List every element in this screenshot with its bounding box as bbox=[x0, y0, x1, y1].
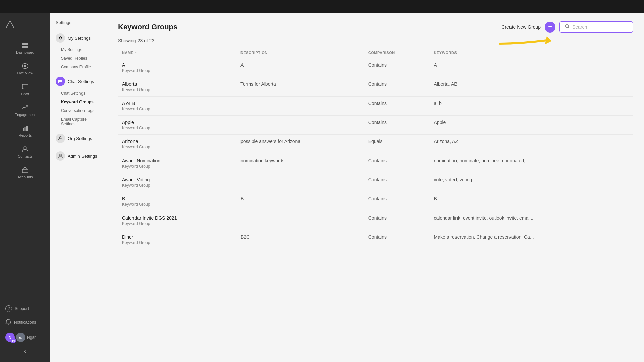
settings-section-my-settings: ⚙ My Settings My Settings Saved Replies … bbox=[50, 31, 107, 71]
org-settings-icon bbox=[56, 134, 65, 143]
col-keywords: KEYWORDS bbox=[430, 47, 633, 58]
cell-type: Keyword Group bbox=[122, 183, 232, 188]
collapse-button[interactable] bbox=[0, 346, 50, 357]
svg-point-13 bbox=[59, 154, 60, 156]
sidebar-item-engagement-label: Engagement bbox=[15, 113, 36, 117]
table-row[interactable]: Diner Keyword Group B2C Contains Make a … bbox=[118, 230, 633, 249]
table-row[interactable]: Award Nomination Keyword Group nominatio… bbox=[118, 154, 633, 173]
header-actions: Create New Group + bbox=[501, 21, 633, 33]
username-label: Ngan bbox=[27, 335, 37, 340]
sidebar-item-chat[interactable]: Chat bbox=[0, 79, 50, 100]
table-row[interactable]: A or B Keyword Group Contains a, b bbox=[118, 97, 633, 116]
cell-keywords: vote, voted, voting bbox=[434, 177, 629, 182]
keyword-groups-table: NAME DESCRIPTION COMPARISON KEYWORDS A K… bbox=[118, 47, 633, 249]
svg-rect-7 bbox=[23, 128, 24, 131]
table-container: NAME DESCRIPTION COMPARISON KEYWORDS A K… bbox=[107, 47, 644, 362]
support-nav-item[interactable]: ? Support bbox=[0, 303, 50, 315]
page-title: Keyword Groups bbox=[118, 23, 177, 32]
cell-type: Keyword Group bbox=[122, 221, 232, 226]
svg-point-15 bbox=[566, 25, 569, 28]
cell-comparison: Contains bbox=[368, 81, 426, 87]
cell-description: Terms for Alberta bbox=[240, 81, 360, 87]
page-header: Keyword Groups Create New Group + bbox=[107, 13, 644, 38]
notifications-nav-item[interactable]: Notifications bbox=[0, 316, 50, 328]
admin-settings-header[interactable]: Admin Settings bbox=[50, 148, 107, 163]
chat-settings-sub-items: Chat Settings Keyword Groups Conversatio… bbox=[50, 89, 107, 128]
sub-keyword-groups[interactable]: Keyword Groups bbox=[56, 98, 107, 106]
create-new-group-button[interactable]: + bbox=[545, 22, 555, 33]
svg-point-10 bbox=[24, 147, 26, 149]
sub-chat-settings[interactable]: Chat Settings bbox=[56, 89, 107, 98]
admin-settings-label: Admin Settings bbox=[68, 154, 97, 159]
sidebar-item-live-view-label: Live View bbox=[17, 71, 33, 75]
cell-comparison: Contains bbox=[368, 196, 426, 201]
svg-rect-1 bbox=[22, 43, 25, 45]
svg-rect-2 bbox=[25, 43, 28, 45]
table-row[interactable]: Apple Keyword Group Contains Apple bbox=[118, 116, 633, 135]
cell-name: Calendar Invite DGS 2021 bbox=[122, 215, 232, 221]
sub-company-profile[interactable]: Company Profile bbox=[56, 63, 107, 71]
my-settings-icon: ⚙ bbox=[56, 33, 65, 43]
cell-name: Alberta bbox=[122, 81, 232, 87]
sub-email-capture[interactable]: Email Capture Settings bbox=[56, 115, 107, 128]
table-row[interactable]: B Keyword Group B Contains B bbox=[118, 192, 633, 211]
sub-saved-replies[interactable]: Saved Replies bbox=[56, 54, 107, 63]
user-avatar-secondary: g. bbox=[16, 333, 25, 342]
svg-rect-11 bbox=[22, 169, 28, 173]
cell-name: Diner bbox=[122, 234, 232, 240]
cell-comparison: Contains bbox=[368, 215, 426, 221]
cell-type: Keyword Group bbox=[122, 202, 232, 207]
cell-type: Keyword Group bbox=[122, 107, 232, 111]
cell-type: Keyword Group bbox=[122, 145, 232, 149]
sidebar-item-dashboard-label: Dashboard bbox=[16, 50, 34, 54]
col-name[interactable]: NAME bbox=[118, 47, 236, 58]
accounts-icon bbox=[21, 166, 29, 174]
cell-keywords: Alberta, AB bbox=[434, 81, 629, 87]
sub-my-settings[interactable]: My Settings bbox=[56, 45, 107, 54]
sidebar-item-accounts[interactable]: Accounts bbox=[0, 162, 50, 183]
col-comparison: COMPARISON bbox=[364, 47, 430, 58]
chat-settings-header[interactable]: Chat Settings bbox=[50, 74, 107, 89]
cell-type: Keyword Group bbox=[122, 240, 232, 245]
nav-bottom: ? Support Notifications N 10 g. Ngan bbox=[0, 303, 50, 362]
showing-count: Showing 23 of 23 bbox=[107, 38, 644, 47]
cell-comparison: Contains bbox=[368, 62, 426, 68]
sidebar-item-reports[interactable]: Reports bbox=[0, 121, 50, 141]
org-settings-header[interactable]: Org Settings bbox=[50, 131, 107, 146]
table-row[interactable]: Alberta Keyword Group Terms for Alberta … bbox=[118, 77, 633, 97]
sidebar-item-dashboard[interactable]: Dashboard bbox=[0, 38, 50, 58]
search-input[interactable] bbox=[572, 24, 628, 30]
my-settings-header[interactable]: ⚙ My Settings bbox=[50, 31, 107, 45]
sidebar-item-contacts[interactable]: Contacts bbox=[0, 141, 50, 162]
cell-comparison: Contains bbox=[368, 101, 426, 106]
cell-name: Award Voting bbox=[122, 177, 232, 182]
sidebar-item-engagement[interactable]: Engagement bbox=[0, 100, 50, 121]
chat-settings-icon bbox=[56, 77, 65, 86]
support-icon: ? bbox=[5, 305, 12, 312]
cell-keywords: Apple bbox=[434, 120, 629, 125]
table-row[interactable]: A Keyword Group A Contains A bbox=[118, 58, 633, 77]
live-view-icon bbox=[21, 62, 29, 70]
cell-name: A or B bbox=[122, 101, 232, 106]
cell-comparison: Contains bbox=[368, 234, 426, 240]
notifications-icon bbox=[5, 319, 11, 326]
reports-icon bbox=[21, 125, 29, 132]
sidebar-item-live-view[interactable]: Live View bbox=[0, 58, 50, 79]
sub-conversation-tags[interactable]: Conversation Tags bbox=[56, 106, 107, 115]
cell-description: possible answers for Arizona bbox=[240, 139, 360, 144]
user-avatar: N 10 bbox=[5, 333, 15, 342]
chat-settings-label: Chat Settings bbox=[68, 79, 94, 84]
col-description: DESCRIPTION bbox=[236, 47, 364, 58]
cell-description: B bbox=[240, 196, 360, 201]
user-profile[interactable]: N 10 g. Ngan bbox=[0, 330, 50, 345]
table-row[interactable]: Arizona Keyword Group possible answers f… bbox=[118, 135, 633, 154]
cell-keywords: calendar link, event invite, outlook inv… bbox=[434, 215, 629, 221]
user-badge: 10 bbox=[11, 338, 16, 343]
table-row[interactable]: Calendar Invite DGS 2021 Keyword Group C… bbox=[118, 211, 633, 230]
logo[interactable] bbox=[0, 17, 50, 38]
my-settings-sub-items: My Settings Saved Replies Company Profil… bbox=[50, 45, 107, 71]
cell-comparison: Contains bbox=[368, 177, 426, 182]
cell-name: A bbox=[122, 62, 232, 68]
cell-comparison: Contains bbox=[368, 120, 426, 125]
table-row[interactable]: Award Voting Keyword Group Contains vote… bbox=[118, 173, 633, 192]
